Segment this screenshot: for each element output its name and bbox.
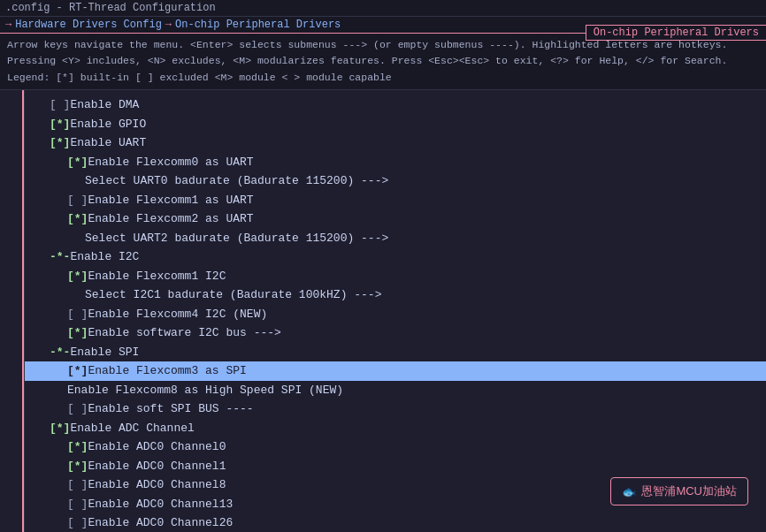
menu-bracket-gpio: [*] (50, 116, 70, 133)
main-content: [ ] Enable DMA[*] Enable GPIO[*] Enable … (0, 90, 766, 532)
menu-bracket-flex4i2c: [ ] (67, 306, 88, 323)
help-text: Arrow keys navigate the menu. <Enter> se… (0, 34, 766, 90)
menu-bracket-flex3spi: [*] (67, 362, 88, 380)
menu-bracket-spi-mark: -*- (50, 344, 70, 361)
watermark: 🐟 恩智浦MCU加油站 (610, 477, 748, 505)
menu-label-adc0ch0: Enable ADC0 Channel0 (88, 438, 226, 456)
menu-label-i2c-mark: Enable I2C (70, 248, 139, 266)
onchip-peripheral-label: On-chip Peripheral Drivers (586, 25, 766, 41)
menu-item-softspi[interactable]: [ ] Enable soft SPI BUS ---- (25, 399, 766, 419)
menu-label-softspi: Enable soft SPI BUS ---- (88, 400, 253, 418)
menu-bracket-dma: [ ] (50, 96, 70, 114)
menu-item-flex1i2c[interactable]: [*] Enable Flexcomm1 I2C (25, 267, 766, 286)
menu-label-uart2baud: Select UART2 badurate (Badurate 115200) … (85, 230, 388, 247)
menu-item-dma[interactable]: [ ] Enable DMA (25, 95, 766, 115)
menu-label-dma: Enable DMA (70, 96, 139, 114)
menu-item-gpio[interactable]: [*] Enable GPIO (25, 115, 766, 134)
menu-bracket-flex2uart: [*] (67, 210, 88, 228)
left-border-line (0, 90, 24, 532)
menu-item-flex2uart[interactable]: [*] Enable Flexcomm2 as UART (25, 209, 766, 229)
title-text: .config - RT-Thread Configuration (5, 2, 216, 14)
menu-bracket-softi2c: [*] (67, 324, 88, 342)
menu-item-uart0baud[interactable]: Select UART0 badurate (Badurate 115200) … (25, 171, 766, 191)
menu-label-i2c1baud: Select I2C1 badurate (Badurate 100kHZ) -… (85, 286, 381, 304)
menu-bracket-adc0ch13: [ ] (67, 496, 88, 513)
menu-item-flex1uart[interactable]: [ ] Enable Flexcomm1 as UART (25, 191, 766, 210)
menu-label-flex4i2c: Enable Flexcomm4 I2C (NEW) (88, 306, 267, 323)
menu-label-adc0ch1: Enable ADC0 Channel1 (88, 458, 226, 475)
menu-label-flex1uart: Enable Flexcomm1 as UART (88, 192, 253, 209)
left-border (0, 90, 25, 532)
menu-label-flex2uart: Enable Flexcomm2 as UART (88, 210, 253, 228)
menu-item-uart2baud[interactable]: Select UART2 badurate (Badurate 115200) … (25, 229, 766, 248)
menu-bracket-flex0uart: [*] (67, 154, 88, 171)
menu-item-i2c1baud[interactable]: Select I2C1 badurate (Badurate 100kHZ) -… (25, 285, 766, 305)
menu-label-uart0baud: Select UART0 badurate (Badurate 115200) … (85, 172, 388, 190)
menu-label-flex3spi: Enable Flexcomm3 as SPI (88, 362, 246, 380)
menu-bracket-softspi: [ ] (67, 400, 88, 418)
menu-item-adc0ch26[interactable]: [ ] Enable ADC0 Channel26 (25, 513, 766, 532)
menu-item-flex0uart[interactable]: [*] Enable Flexcomm0 as UART (25, 153, 766, 172)
menu-bracket-adc: [*] (50, 420, 70, 437)
menu-bracket-adc0ch1: [*] (67, 458, 88, 475)
menu-label-flex0uart: Enable Flexcomm0 as UART (88, 154, 253, 171)
watermark-text: 恩智浦MCU加油站 (641, 483, 737, 499)
breadcrumb-bar: → Hardware Drivers Config → On-chip Peri… (0, 17, 766, 34)
menu-area[interactable]: [ ] Enable DMA[*] Enable GPIO[*] Enable … (25, 90, 766, 532)
menu-item-i2c-mark[interactable]: -*- Enable I2C (25, 247, 766, 267)
watermark-icon: 🐟 (622, 485, 636, 498)
breadcrumb-item-2[interactable]: On-chip Peripheral Drivers (175, 19, 341, 31)
menu-label-uart: Enable UART (70, 134, 146, 152)
menu-item-adc[interactable]: [*] Enable ADC Channel (25, 419, 766, 438)
menu-item-softi2c[interactable]: [*] Enable software I2C bus ---> (25, 323, 766, 343)
menu-bracket-adc0ch26: [ ] (67, 514, 88, 532)
menu-label-adc: Enable ADC Channel (70, 420, 194, 437)
menu-label-adc0ch8: Enable ADC0 Channel8 (88, 476, 226, 494)
title-bar: .config - RT-Thread Configuration (0, 0, 766, 17)
menu-bracket-adc0ch8: [ ] (67, 476, 88, 494)
menu-bracket-adc0ch0: [*] (67, 438, 88, 456)
menu-bracket-uart: [*] (50, 134, 70, 152)
menu-item-flex8spi[interactable]: Enable Flexcomm8 as High Speed SPI (NEW) (25, 381, 766, 400)
menu-label-adc0ch26: Enable ADC0 Channel26 (88, 514, 233, 532)
menu-bracket-i2c-mark: -*- (50, 248, 70, 266)
breadcrumb-sep: → (165, 19, 172, 31)
menu-item-adc0ch1[interactable]: [*] Enable ADC0 Channel1 (25, 457, 766, 476)
menu-label-flex1i2c: Enable Flexcomm1 I2C (88, 268, 226, 285)
menu-label-spi-mark: Enable SPI (70, 344, 139, 361)
breadcrumb-item-1[interactable]: Hardware Drivers Config (15, 19, 162, 31)
menu-label-flex8spi: Enable Flexcomm8 as High Speed SPI (NEW) (67, 382, 343, 399)
menu-item-adc0ch0[interactable]: [*] Enable ADC0 Channel0 (25, 437, 766, 457)
menu-label-softi2c: Enable software I2C bus ---> (88, 324, 280, 342)
menu-bracket-flex1uart: [ ] (67, 192, 88, 209)
menu-label-gpio: Enable GPIO (70, 116, 146, 133)
menu-item-flex3spi[interactable]: [*] Enable Flexcomm3 as SPI (25, 361, 766, 381)
menu-label-adc0ch13: Enable ADC0 Channel13 (88, 496, 233, 513)
menu-item-spi-mark[interactable]: -*- Enable SPI (25, 343, 766, 362)
menu-bracket-flex1i2c: [*] (67, 268, 88, 285)
menu-item-flex4i2c[interactable]: [ ] Enable Flexcomm4 I2C (NEW) (25, 305, 766, 324)
menu-item-uart[interactable]: [*] Enable UART (25, 133, 766, 153)
breadcrumb-arrow: → (5, 19, 11, 31)
